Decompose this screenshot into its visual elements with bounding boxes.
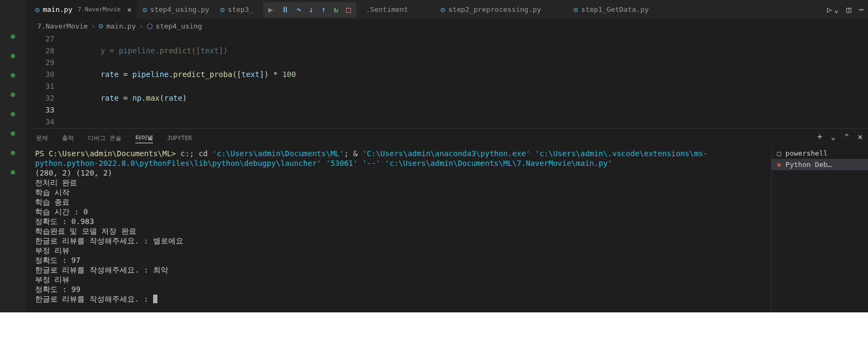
restart-icon[interactable]: ↻	[334, 5, 339, 15]
tab-label: step4_using.py	[150, 5, 210, 13]
terminal-cursor	[153, 295, 157, 303]
line-number: 30	[30, 68, 54, 80]
tab-label: .Sentiment	[366, 5, 408, 13]
terminal-icon: ▢	[777, 149, 781, 157]
terminal-line: (280, 2) (120, 2)	[35, 169, 112, 177]
terminal-line: 한글로 리뷰를 작성해주세요. : 별로에요	[35, 236, 183, 245]
status-dot-icon	[11, 170, 15, 174]
status-dot-icon	[11, 112, 15, 116]
new-terminal-icon[interactable]: +	[817, 132, 822, 142]
step-out-icon[interactable]: ↑	[321, 5, 326, 15]
tab-label: step3_	[228, 5, 253, 13]
panel-actions: + ⌄ ⌃ ✕	[817, 132, 863, 142]
breadcrumb-item[interactable]: 7.NaverMovie	[37, 22, 88, 30]
line-number: 29	[30, 57, 54, 68]
debug-icon: ✱	[777, 160, 781, 169]
editor[interactable]: 27 28 29 30 31 32 33 34 y = pipeline.pre…	[30, 33, 868, 128]
tab-output[interactable]: 출력	[62, 134, 74, 142]
breadcrumb[interactable]: 7.NaverMovie › ⚙ main.py › ⬡ step4_using	[30, 19, 868, 33]
line-number: 33	[30, 104, 54, 116]
continue-icon[interactable]: ▶	[268, 5, 273, 15]
panel-tabs: 문제 출력 디버그 콘솔 터미널 JUPYTER	[30, 129, 868, 148]
tab-label: main.py	[43, 5, 72, 13]
python-icon: ⚙	[220, 5, 224, 14]
step-into-icon[interactable]: ↓	[309, 5, 314, 15]
run-icon[interactable]: ▷	[827, 5, 832, 15]
close-icon[interactable]: ✕	[858, 132, 863, 142]
python-icon: ⚙	[440, 5, 445, 14]
terminal-item-label: Python Deb…	[786, 160, 832, 169]
close-icon[interactable]: ×	[127, 5, 132, 14]
pause-icon[interactable]: ⏸	[281, 5, 289, 15]
tab-bar: ⚙ main.py 7.NaverMovie × ⚙ step4_using.p…	[30, 0, 868, 19]
status-dot-icon	[11, 34, 15, 39]
more-icon[interactable]: ⋯	[859, 5, 864, 15]
status-dot-icon	[11, 131, 15, 136]
terminal-item-python-debug[interactable]: ✱ Python Deb…	[771, 159, 868, 170]
split-editor-icon[interactable]: ◫	[846, 5, 851, 15]
editor-actions: ▷ ⌄ ◫ ⋯	[827, 0, 864, 19]
tab-main-py[interactable]: ⚙ main.py 7.NaverMovie ×	[30, 0, 137, 19]
tab-debug-console[interactable]: 디버그 콘솔	[88, 134, 121, 142]
tab-step1[interactable]: ⚙ step1_GetData.py	[568, 0, 655, 19]
tab-label: step2_preprocessing.py	[448, 5, 541, 13]
terminal-line: 부정 리뷰	[35, 246, 70, 255]
terminal-line: 한글로 리뷰를 작성해주세요. : 최악	[35, 266, 168, 274]
code-area[interactable]: y = pipeline.predict([text]) rate = pipe…	[64, 33, 868, 128]
status-dot-icon	[11, 73, 15, 78]
line-number: 28	[30, 45, 54, 57]
terminal-item-label: powershell	[786, 149, 828, 157]
tab-sentiment[interactable]: .Sentiment	[361, 0, 414, 19]
bottom-blank	[0, 312, 868, 349]
terminal-line: 학습 종료	[35, 198, 70, 206]
chevron-down-icon[interactable]: ⌄	[834, 5, 839, 15]
line-number: 34	[30, 116, 54, 128]
bottom-panel: 문제 출력 디버그 콘솔 터미널 JUPYTER + ⌄ ⌃ ✕ PS C:\U…	[30, 128, 868, 312]
terminal-line: 학습 시간 : 0	[35, 207, 88, 216]
status-dot-icon	[11, 54, 15, 58]
step-over-icon[interactable]: ↷	[297, 5, 301, 15]
terminal-list: ▢ powershell ✱ Python Deb…	[771, 148, 868, 312]
activity-bar	[0, 0, 26, 312]
terminal-item-powershell[interactable]: ▢ powershell	[771, 148, 868, 159]
line-number: 32	[30, 92, 54, 104]
tab-label: step1_GetData.py	[581, 5, 649, 13]
chevron-right-icon: ›	[139, 22, 143, 30]
python-icon: ⚙	[99, 22, 103, 30]
maximize-icon[interactable]: ⌃	[844, 132, 849, 142]
python-icon: ⚙	[574, 5, 578, 14]
tab-step2[interactable]: ⚙ step2_preprocessing.py	[435, 0, 547, 19]
tab-step3[interactable]: ⚙ step3_	[215, 0, 258, 19]
terminal-line: 정확도 : 99	[35, 285, 80, 294]
tab-step4[interactable]: ⚙ step4_using.py	[137, 0, 215, 19]
stop-icon[interactable]: □	[346, 5, 351, 15]
terminal-line: 전처리 완료	[35, 178, 77, 187]
python-icon: ⚙	[142, 5, 147, 14]
terminal-line: 학습완료 및 모델 저장 완료	[35, 227, 136, 235]
line-number: 27	[30, 33, 54, 45]
breadcrumb-item[interactable]: main.py	[106, 22, 136, 30]
tab-terminal[interactable]: 터미널	[135, 134, 153, 143]
symbol-icon: ⬡	[147, 22, 153, 30]
terminal-line: 정확도 : 97	[35, 256, 80, 264]
breadcrumb-item[interactable]: step4_using	[156, 22, 202, 30]
python-icon: ⚙	[35, 5, 39, 14]
terminal-line: 한글로 리뷰를 작성해주세요. :	[35, 295, 153, 303]
status-dot-icon	[11, 93, 15, 97]
chevron-down-icon[interactable]: ⌄	[831, 132, 836, 142]
status-dot-icon	[11, 151, 15, 155]
terminal-line: 정확도 : 0.983	[35, 217, 94, 226]
line-number: 31	[30, 80, 54, 92]
chevron-right-icon: ›	[91, 22, 95, 30]
tab-jupyter[interactable]: JUPYTER	[167, 135, 192, 142]
debug-toolbar: ▶ ⏸ ↷ ↓ ↑ ↻ □	[263, 2, 356, 17]
terminal-output[interactable]: PS C:\Users\admin\Documents\ML> c:; cd '…	[30, 148, 768, 312]
tab-problems[interactable]: 문제	[36, 134, 48, 142]
line-gutter: 27 28 29 30 31 32 33 34	[30, 33, 64, 128]
terminal-line: 부정 리뷰	[35, 275, 70, 284]
terminal-line: 학습 시작	[35, 188, 70, 197]
tab-desc: 7.NaverMovie	[78, 6, 120, 13]
